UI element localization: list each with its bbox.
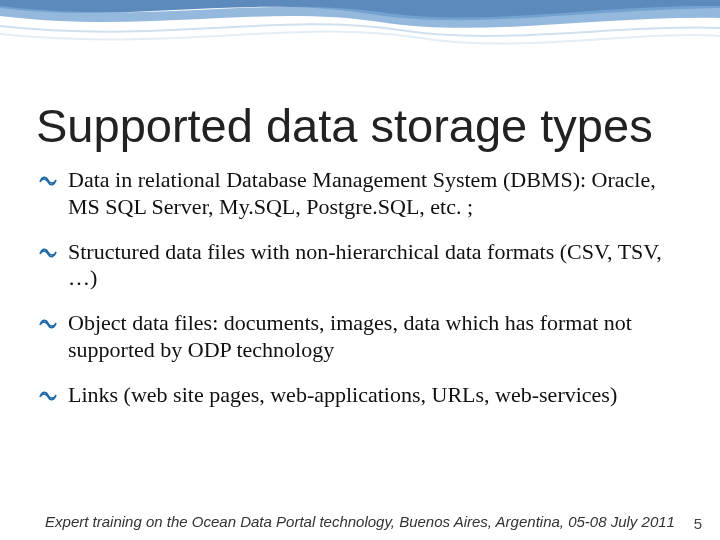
scribble-bullet-icon <box>38 244 58 260</box>
scribble-bullet-icon <box>38 315 58 331</box>
list-item-text: Links (web site pages, web-applications,… <box>68 382 617 407</box>
scribble-bullet-icon <box>38 172 58 188</box>
footer-text: Expert training on the Ocean Data Portal… <box>0 513 720 530</box>
list-item: Data in relational Database Management S… <box>40 167 684 221</box>
list-item-text: Data in relational Database Management S… <box>68 167 656 219</box>
page-number: 5 <box>694 515 702 532</box>
header-decorative-wave <box>0 0 720 80</box>
bullet-list: Data in relational Database Management S… <box>40 167 684 409</box>
list-item: Structured data files with non-hierarchi… <box>40 239 684 293</box>
list-item-text: Object data files: documents, images, da… <box>68 310 632 362</box>
scribble-bullet-icon <box>38 387 58 403</box>
list-item: Object data files: documents, images, da… <box>40 310 684 364</box>
slide-title: Supported data storage types <box>36 98 720 153</box>
list-item: Links (web site pages, web-applications,… <box>40 382 684 409</box>
list-item-text: Structured data files with non-hierarchi… <box>68 239 662 291</box>
